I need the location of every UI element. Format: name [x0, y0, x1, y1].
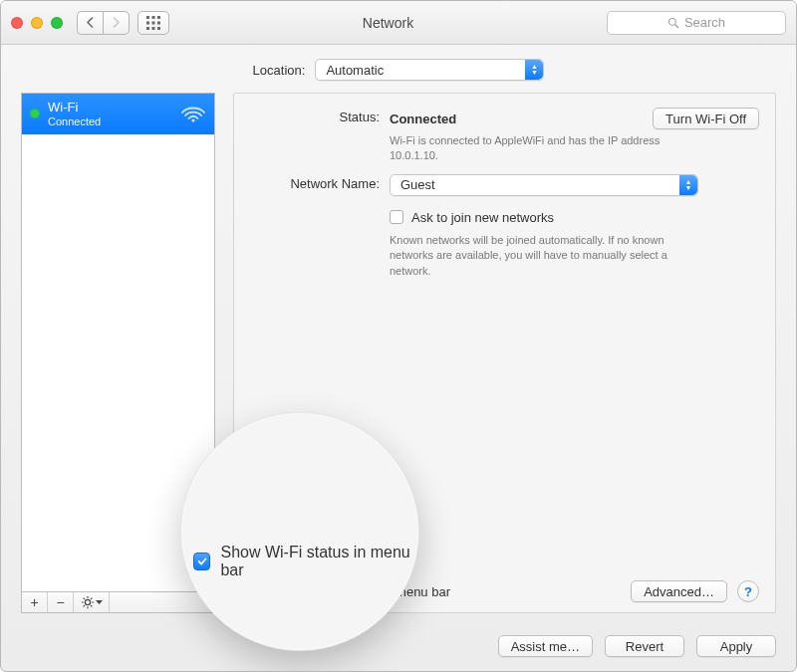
wifi-icon [180, 105, 206, 122]
svg-rect-0 [146, 16, 149, 19]
show-all-button[interactable] [137, 11, 169, 35]
status-indicator-icon [30, 109, 40, 118]
svg-rect-6 [146, 27, 149, 30]
status-subtext: Wi-Fi is connected to AppleWiFi and has … [390, 133, 698, 164]
assist-me-button[interactable]: Assist me… [498, 635, 593, 657]
zoom-window-button[interactable] [51, 17, 63, 29]
interface-item-subtitle: Connected [48, 115, 172, 128]
advanced-button[interactable]: Advanced… [631, 580, 727, 602]
svg-line-19 [83, 605, 84, 606]
interface-item-title: Wi-Fi [48, 100, 172, 115]
interface-list-toolbar: + − [21, 591, 215, 613]
forward-button[interactable] [103, 11, 130, 35]
show-wifi-menubar-label: Show Wi-Fi status in menu bar [274, 584, 450, 599]
select-stepper-icon: ▲▼ [679, 175, 697, 195]
svg-rect-7 [152, 27, 155, 30]
revert-button[interactable]: Revert [605, 635, 684, 657]
interface-sidebar: Wi-Fi Connected [21, 93, 215, 613]
svg-point-12 [85, 599, 90, 604]
show-wifi-menubar-checkbox[interactable] [250, 584, 264, 598]
ask-join-subtext: Known networks will be joined automatica… [390, 233, 698, 279]
add-interface-button[interactable]: + [22, 592, 48, 612]
window-title: Network [177, 15, 599, 31]
network-name-label: Network Name: [250, 174, 390, 191]
main-split: Wi-Fi Connected [21, 93, 776, 613]
close-window-button[interactable] [11, 17, 23, 29]
minimize-window-button[interactable] [31, 17, 43, 29]
search-icon [667, 17, 679, 29]
detail-bottom-row: Show Wi-Fi status in menu bar Advanced… … [250, 580, 759, 602]
search-field[interactable]: Search [607, 11, 786, 35]
network-name-select[interactable]: Guest ▲▼ [390, 174, 698, 196]
interface-item-text: Wi-Fi Connected [48, 100, 172, 128]
titlebar: Network Search [1, 1, 796, 45]
grid-icon [146, 16, 160, 30]
network-preferences-window: Network Search Location: Automatic ▲▼ [0, 0, 797, 672]
chevron-down-icon [96, 600, 103, 605]
interface-item-wifi[interactable]: Wi-Fi Connected [22, 94, 214, 134]
detail-pane: Status: Connected Turn Wi-Fi Off Wi-Fi i… [233, 93, 776, 613]
svg-rect-1 [152, 16, 155, 19]
location-label: Location: [253, 63, 306, 78]
network-name-row: Network Name: Guest ▲▼ Ask to join new n… [250, 174, 759, 279]
interface-list[interactable]: Wi-Fi Connected [21, 93, 215, 591]
ask-join-checkbox[interactable] [390, 210, 403, 224]
gear-icon [81, 595, 95, 609]
svg-rect-3 [146, 21, 149, 24]
svg-point-11 [191, 119, 194, 122]
nav-group [77, 11, 130, 35]
interface-actions-button[interactable] [74, 592, 110, 612]
footer-buttons: Assist me… Revert Apply [21, 625, 776, 657]
svg-line-10 [674, 24, 677, 27]
checkmark-icon [252, 586, 262, 596]
remove-interface-button[interactable]: − [48, 592, 74, 612]
svg-rect-2 [157, 16, 160, 19]
help-button[interactable]: ? [737, 580, 759, 602]
svg-rect-4 [152, 21, 155, 24]
apply-button[interactable]: Apply [696, 635, 776, 657]
content-area: Location: Automatic ▲▼ Wi-Fi Connected [1, 45, 796, 671]
turn-wifi-off-button[interactable]: Turn Wi-Fi Off [653, 108, 759, 129]
location-value: Automatic [326, 63, 384, 78]
chevron-left-icon [86, 17, 95, 28]
ask-join-label: Ask to join new networks [411, 210, 554, 225]
network-name-value: Guest [400, 177, 435, 192]
search-placeholder: Search [684, 15, 725, 30]
status-label: Status: [250, 108, 390, 124]
svg-line-17 [83, 598, 84, 599]
svg-rect-8 [157, 27, 160, 30]
status-row: Status: Connected Turn Wi-Fi Off Wi-Fi i… [250, 108, 759, 164]
back-button[interactable] [77, 11, 103, 35]
window-controls [11, 17, 63, 29]
location-select[interactable]: Automatic ▲▼ [315, 59, 544, 81]
select-stepper-icon: ▲▼ [525, 60, 543, 80]
svg-rect-5 [157, 21, 160, 24]
status-value: Connected [390, 112, 456, 126]
svg-line-18 [91, 605, 92, 606]
svg-line-20 [91, 598, 92, 599]
chevron-right-icon [112, 17, 121, 28]
location-row: Location: Automatic ▲▼ [21, 59, 776, 81]
